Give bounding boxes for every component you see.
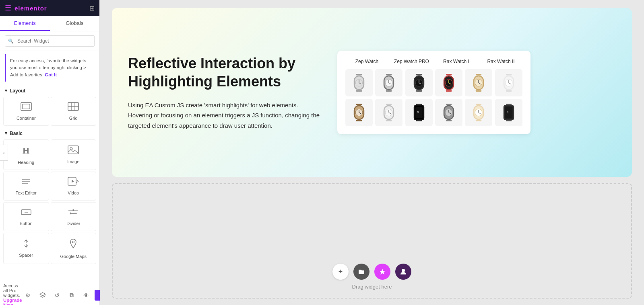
folder-button[interactable] [353, 264, 369, 280]
divider-icon [68, 207, 79, 219]
text-editor-label: Text Editor [16, 190, 37, 195]
svg-rect-25 [356, 90, 362, 92]
container-icon [21, 102, 32, 113]
drop-zone-actions: + [332, 264, 411, 280]
history-icon[interactable]: ↺ [51, 289, 63, 301]
add-element-button[interactable]: + [332, 264, 349, 280]
left-panel: ☰ elementor ⊞ Elements Globals For easy … [0, 0, 100, 305]
hero-text-block: Reflective Interaction by Highlighting E… [128, 54, 321, 131]
widget-google-maps[interactable]: Google Maps [51, 233, 97, 264]
svg-rect-53 [476, 90, 481, 92]
widget-button[interactable]: Button [3, 202, 49, 231]
svg-rect-7 [68, 146, 78, 154]
svg-rect-39 [416, 90, 422, 92]
watch-cell-1-2 [375, 69, 402, 96]
settings-icon[interactable]: ⚙ [22, 289, 34, 301]
section-basic[interactable]: Basic [0, 127, 99, 138]
svg-text:H: H [23, 145, 29, 155]
tab-globals[interactable]: Globals [50, 16, 100, 31]
layers-icon[interactable] [37, 289, 49, 301]
svg-rect-73 [386, 104, 392, 105]
search-input[interactable] [5, 35, 95, 47]
widget-heading[interactable]: H Heading [3, 139, 49, 170]
widget-grid[interactable]: Grid [51, 97, 97, 126]
watch-card: Zep Watch Zep Watch PRO Rax Watch I Rax … [337, 51, 530, 134]
tab-elements[interactable]: Elements [0, 16, 50, 31]
layout-widgets-grid: Container Grid [0, 95, 99, 127]
google-maps-label: Google Maps [60, 254, 87, 259]
svg-rect-100 [506, 104, 512, 105]
svg-rect-84 [415, 107, 423, 118]
watch-cell-2-3: S [405, 99, 433, 126]
text-editor-icon [21, 177, 32, 188]
svg-rect-52 [476, 74, 481, 76]
watch-header-3: Rax Watch I [435, 59, 478, 64]
svg-point-107 [402, 269, 405, 272]
svg-text:S: S [417, 111, 419, 114]
spacer-label: Spacer [19, 253, 33, 258]
svg-point-18 [72, 209, 74, 211]
widget-spacer[interactable]: Spacer [3, 233, 49, 264]
duplicate-icon[interactable]: ⧉ [66, 289, 78, 301]
top-bar: ☰ elementor ⊞ [0, 0, 99, 16]
divider-label: Divider [66, 221, 80, 226]
image-icon [68, 145, 79, 157]
drop-zone-label: Drag widget here [352, 284, 392, 290]
svg-rect-87 [446, 120, 452, 121]
tip-box: For easy access, favorite the widgets yo… [5, 54, 95, 82]
svg-text:S: S [506, 111, 508, 114]
widget-image[interactable]: Image [51, 139, 97, 170]
watch-cell-1-6 [495, 69, 522, 96]
button-label: Button [20, 221, 33, 226]
widget-divider[interactable]: Divider [51, 202, 97, 231]
preview-icon[interactable]: 👁 [80, 289, 92, 301]
search-container [0, 31, 99, 51]
svg-rect-45 [446, 74, 452, 76]
svg-rect-32 [386, 90, 392, 92]
svg-rect-1 [23, 104, 30, 109]
watch-cell-1-4 [435, 69, 462, 96]
watch-cell-1-1 [345, 69, 373, 96]
svg-rect-24 [356, 74, 362, 76]
svg-rect-67 [356, 120, 362, 121]
collapse-panel-button[interactable]: ‹ [0, 145, 8, 161]
canvas: Reflective Interaction by Highlighting E… [100, 0, 644, 305]
watch-cell-1-5 [465, 69, 492, 96]
watch-header-1: Zep Watch [345, 59, 388, 64]
image-label: Image [67, 159, 80, 164]
got-it-link[interactable]: Got It [45, 72, 57, 77]
container-label: Container [17, 116, 36, 121]
watch-cell-1-3 [405, 69, 433, 96]
widget-container[interactable]: Container [3, 97, 49, 126]
watch-cell-2-6: S [495, 99, 522, 126]
widgets-container: Layout Container Grid Basic H [0, 85, 99, 305]
svg-marker-106 [380, 269, 385, 274]
svg-marker-13 [76, 180, 78, 183]
section-layout[interactable]: Layout [0, 85, 99, 95]
svg-marker-14 [72, 180, 74, 183]
hamburger-icon[interactable]: ☰ [5, 4, 11, 12]
pro-upgrade-text: Access all Pro widgets. Upgrade Now [3, 283, 22, 305]
user-avatar-button[interactable] [395, 264, 411, 280]
magic-button[interactable] [374, 264, 390, 280]
watch-cell-2-2 [375, 99, 402, 126]
svg-rect-59 [506, 74, 512, 76]
svg-rect-38 [416, 74, 422, 76]
hero-title: Reflective Interaction by Highlighting E… [128, 54, 321, 90]
watch-header-2: Zep Watch PRO [390, 59, 433, 64]
svg-rect-31 [386, 74, 392, 76]
svg-rect-94 [476, 120, 481, 121]
watch-cell-2-4 [435, 99, 462, 126]
svg-rect-74 [386, 120, 392, 121]
svg-rect-80 [416, 104, 422, 105]
drop-zone: + Drag widget here [112, 183, 632, 299]
grid-icon[interactable]: ⊞ [89, 4, 95, 12]
upgrade-link[interactable]: Upgrade Now [3, 298, 22, 305]
bottom-bar: Access all Pro widgets. Upgrade Now ⚙ ↺ … [0, 285, 99, 305]
spacer-icon [21, 239, 32, 250]
svg-point-8 [70, 147, 72, 150]
widget-video[interactable]: Video [51, 172, 97, 201]
svg-rect-93 [476, 104, 481, 105]
widget-text-editor[interactable]: Text Editor [3, 172, 49, 201]
maps-icon [68, 238, 79, 252]
